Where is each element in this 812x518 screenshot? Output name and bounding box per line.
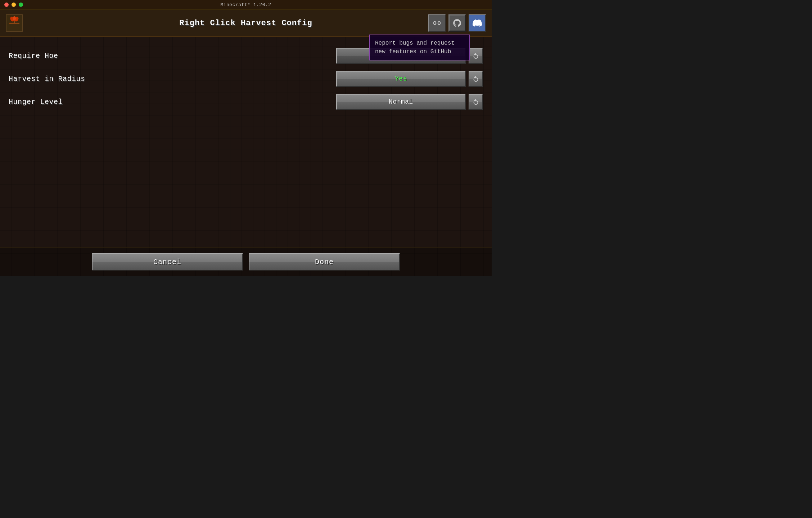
header-left xyxy=(6,14,23,32)
discord-icon xyxy=(473,18,482,28)
link-button[interactable] xyxy=(428,14,446,32)
require-hoe-label: Require Hoe xyxy=(9,52,336,60)
require-hoe-reset[interactable] xyxy=(469,48,483,64)
config-row-require-hoe: Require Hoe xyxy=(9,44,483,67)
main-content: Right Click Harvest Config xyxy=(0,10,492,276)
svg-point-4 xyxy=(13,16,16,21)
reset-icon-3 xyxy=(472,98,479,105)
svg-rect-6 xyxy=(438,22,440,24)
reset-icon-2 xyxy=(472,75,479,82)
require-hoe-control xyxy=(336,48,483,64)
link-icon xyxy=(433,19,441,27)
header-bar: Right Click Harvest Config xyxy=(0,10,492,37)
github-icon xyxy=(452,18,462,28)
bottom-bar: Cancel Done xyxy=(0,247,492,276)
config-area: Require Hoe Harvest in Radius xyxy=(0,37,492,247)
harvest-radius-reset[interactable] xyxy=(469,71,483,87)
harvest-radius-label: Harvest in Radius xyxy=(9,75,336,83)
svg-rect-5 xyxy=(434,22,436,24)
reset-icon xyxy=(472,52,479,59)
mod-icon-image xyxy=(8,15,21,31)
app-container: Minecraft* 1.20.2 xyxy=(0,0,492,276)
config-row-hunger-level: Hunger Level Normal xyxy=(9,90,483,113)
maximize-button[interactable] xyxy=(19,3,23,7)
title-bar: Minecraft* 1.20.2 xyxy=(0,0,492,10)
page-title: Right Click Harvest Config xyxy=(179,19,312,28)
require-hoe-button[interactable] xyxy=(336,48,466,64)
config-row-harvest-radius: Harvest in Radius Yes xyxy=(9,67,483,90)
cancel-button[interactable]: Cancel xyxy=(92,253,243,271)
mod-icon xyxy=(6,14,23,32)
harvest-icon xyxy=(8,15,21,28)
harvest-radius-control: Yes xyxy=(336,71,483,87)
minimize-button[interactable] xyxy=(12,3,16,7)
done-button[interactable]: Done xyxy=(249,253,400,271)
header-buttons xyxy=(428,14,486,32)
close-button[interactable] xyxy=(4,3,9,7)
hunger-level-control: Normal xyxy=(336,94,483,110)
config-spacer xyxy=(9,113,483,240)
harvest-radius-button[interactable]: Yes xyxy=(336,71,466,87)
github-button[interactable] xyxy=(448,14,466,32)
traffic-lights xyxy=(4,3,23,7)
window-title: Minecraft* 1.20.2 xyxy=(220,2,271,8)
discord-button[interactable] xyxy=(469,14,486,32)
hunger-level-button[interactable]: Normal xyxy=(336,94,466,110)
hunger-level-reset[interactable] xyxy=(469,94,483,110)
hunger-level-label: Hunger Level xyxy=(9,98,336,106)
